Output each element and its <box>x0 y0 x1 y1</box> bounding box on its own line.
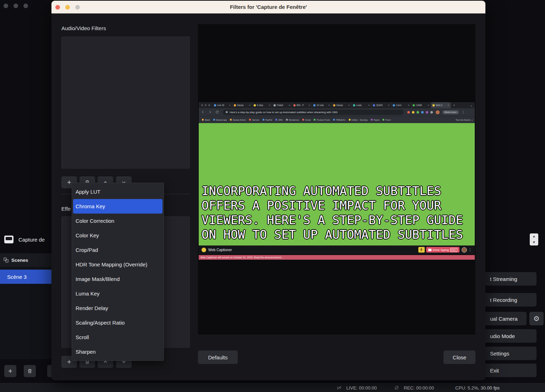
start-recording-button[interactable]: t Recording <box>485 293 536 307</box>
reload-icon[interactable] <box>214 109 220 115</box>
site-info-icon[interactable] <box>226 111 228 113</box>
bg-window-minimize-icon[interactable] <box>13 4 18 8</box>
add-scene-button[interactable] <box>4 365 16 377</box>
extension-icon[interactable] <box>412 111 414 114</box>
browser-tab-live-st[interactable]: Live St× <box>213 102 232 108</box>
settings-button[interactable]: Settings <box>485 347 536 360</box>
webcaptioner-avatar[interactable] <box>462 247 467 253</box>
all-bookmarks[interactable]: Tous les favoris » <box>456 119 473 121</box>
chroma-green-screen: INCORPORATING AUTOMATED SUBTITLESOFFERS … <box>199 123 475 245</box>
virtual-camera-button[interactable]: ual Camera <box>485 312 527 325</box>
bookmark-tableau[interactable]: TABLEAU <box>333 119 346 121</box>
back-icon[interactable] <box>200 109 206 115</box>
defaults-button[interactable]: Defaults <box>198 350 238 364</box>
close-button[interactable]: Close <box>444 350 475 364</box>
tab-close-icon[interactable]: × <box>308 104 310 107</box>
url-bar[interactable]: Here's a step-by-step guide on how to se… <box>223 110 404 115</box>
browser-tab-folder[interactable]: Folder× <box>272 102 292 108</box>
audio-filters-list[interactable] <box>61 37 190 169</box>
menu-item-scaling-aspect-ratio[interactable]: Scaling/Aspect Ratio <box>72 315 164 330</box>
browser-tab-dacas[interactable]: Dacas× <box>232 102 252 108</box>
tab-close-icon[interactable]: × <box>229 104 231 107</box>
browser-tab-lead[interactable]: Lead,× <box>352 102 371 108</box>
stepper-down-icon[interactable]: ▼ <box>530 239 538 245</box>
browser-tab-bid-f[interactable]: BID - F× <box>292 102 312 108</box>
webcaptioner-menu-icon[interactable]: ⋮ <box>468 248 472 252</box>
browser-menu-icon[interactable]: ⋮ <box>462 110 465 114</box>
bookmark-product-fruits[interactable]: Product Fruits <box>314 119 330 121</box>
bookmark-favicon <box>275 119 277 121</box>
tab-close-icon[interactable]: × <box>368 104 370 107</box>
extension-icon[interactable] <box>417 111 419 114</box>
forward-icon[interactable] <box>207 109 213 115</box>
tab-favicon <box>214 104 216 106</box>
bookmark-label: TABLEAU <box>336 119 346 121</box>
browser-tab-dacas[interactable]: Dacas× <box>332 102 352 108</box>
scale-stepper[interactable]: ▲ ▼ <box>530 233 538 245</box>
bookmark-wordpress[interactable]: Wordpress <box>286 119 299 121</box>
done-typing-button[interactable]: Done Typing ESC <box>426 247 459 253</box>
remove-scene-button[interactable] <box>24 365 36 377</box>
browser-tab-ques[interactable]: QUES× <box>371 102 391 108</box>
menu-item-chroma-key[interactable]: Chroma Key <box>73 199 163 214</box>
menu-item-luma-key[interactable]: Luma Key <box>72 286 164 301</box>
tab-close-icon[interactable]: × <box>348 104 350 107</box>
extension-icon[interactable] <box>407 111 410 114</box>
menu-item-image-mask-blend[interactable]: Image Mask/Blend <box>72 272 164 286</box>
studio-mode-button[interactable]: udio Mode <box>485 329 536 343</box>
browser-tab-conn[interactable]: Conn× <box>391 102 411 108</box>
new-tab-icon[interactable]: + <box>451 102 457 108</box>
tab-close-icon[interactable]: × <box>408 104 409 107</box>
bookmark-dacast-app[interactable]: Dacast app <box>213 119 227 121</box>
tab-close-icon[interactable]: × <box>288 104 290 107</box>
virtual-camera-settings-button[interactable]: ⚙ <box>529 312 544 325</box>
tab-label: Conn <box>396 104 407 106</box>
stepper-up-icon[interactable]: ▲ <box>530 233 538 239</box>
exit-button[interactable]: Exit <box>485 364 536 377</box>
browser-avatar[interactable] <box>436 110 440 114</box>
bookmark-paypal[interactable]: PayPal <box>263 119 272 121</box>
menu-item-scroll[interactable]: Scroll <box>72 330 164 344</box>
tab-search-caret-icon[interactable]: ⌄ <box>468 102 475 108</box>
bookmark-gmail[interactable]: Gmail <box>302 119 311 121</box>
extension-icon[interactable] <box>430 111 433 114</box>
tab-close-icon[interactable]: × <box>447 104 449 107</box>
bookmark-harvest[interactable]: Harvest <box>249 119 259 121</box>
menu-item-apply-lut[interactable]: Apply LUT <box>72 184 164 199</box>
extension-icon[interactable] <box>421 111 424 114</box>
menu-item-color-key[interactable]: Color Key <box>72 228 164 243</box>
menu-item-color-correction[interactable]: Color Correction <box>72 214 164 228</box>
bookmark-fiverr[interactable]: Fiverr <box>382 119 391 121</box>
scene-toolbar-partial-button[interactable] <box>47 365 51 377</box>
rec-time: REC: 00:00:00 <box>404 385 434 391</box>
start-streaming-button[interactable]: t Streaming <box>485 272 536 286</box>
scene-item-selected[interactable]: Scène 3 <box>0 270 51 284</box>
bookmark-dacast-admin[interactable]: Dacast Admin <box>230 119 246 121</box>
webcaptioner-bar: Web Captioner Done Typing ESC ⋮ <box>199 245 475 254</box>
bookmark-vidsyn-synolog[interactable]: vidSyn - Synolog <box>349 119 368 121</box>
browser-tab-10-use[interactable]: 10 Use× <box>312 102 332 108</box>
tab-close-icon[interactable]: × <box>269 104 270 107</box>
source-label[interactable]: Capture de <box>18 237 45 243</box>
browser-tab-web-c[interactable]: Web C× <box>431 102 451 108</box>
browser-tab-6-step[interactable]: 6 step× <box>252 102 272 108</box>
microphone-button[interactable] <box>418 247 425 253</box>
menu-item-sharpen[interactable]: Sharpen <box>72 344 164 359</box>
menu-item-hdr-tone-mapping-override[interactable]: HDR Tone Mapping (Override) <box>72 257 164 272</box>
update-chrome-pill[interactable]: Mettre à jour <box>442 110 459 114</box>
tab-close-icon[interactable]: × <box>249 104 251 107</box>
bookmark-slack[interactable]: Slack <box>202 119 210 121</box>
extension-icon[interactable] <box>426 111 428 114</box>
tab-close-icon[interactable]: × <box>428 104 429 107</box>
menu-item-crop-pad[interactable]: Crop/Pad <box>72 243 164 257</box>
dialog-titlebar[interactable]: Filters for 'Capture de Fenêtre' <box>51 1 485 13</box>
bookmark-figma[interactable]: Figma <box>371 119 380 121</box>
sunset-banner[interactable]: Web Captioner will sunset on October 31,… <box>199 255 475 260</box>
tab-close-icon[interactable]: × <box>328 104 330 107</box>
bookmark-jira[interactable]: JIRA <box>275 119 283 121</box>
menu-item-render-delay[interactable]: Render Delay <box>72 301 164 315</box>
browser-tab-case[interactable]: CASE× <box>411 102 431 108</box>
bg-window-close-icon[interactable] <box>4 4 8 8</box>
bg-window-zoom-icon[interactable] <box>23 4 28 8</box>
tab-close-icon[interactable]: × <box>388 104 390 107</box>
